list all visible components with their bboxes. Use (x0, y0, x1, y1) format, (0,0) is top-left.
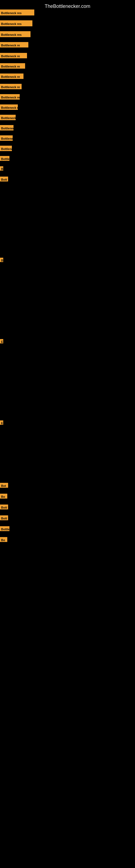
bottleneck-bar-7[interactable]: Bottleneck re (0, 73, 24, 79)
bottleneck-bar-17[interactable]: Bott (0, 177, 8, 182)
bottleneck-bar-8[interactable]: Bottleneck re (0, 84, 21, 89)
bottleneck-bar-6[interactable]: Bottleneck re (0, 63, 25, 69)
bottleneck-bar-19[interactable]: E (0, 339, 3, 343)
bottleneck-bar-3[interactable]: Bottleneck res (0, 31, 31, 37)
bottleneck-bar-23[interactable]: Bott (0, 504, 8, 509)
bottleneck-bar-24[interactable]: Bott (0, 516, 8, 520)
bottleneck-bar-10[interactable]: Bottleneck re (0, 104, 18, 110)
bottleneck-bar-22[interactable]: Bo (0, 494, 7, 499)
bottleneck-bar-18[interactable]: B (0, 258, 3, 262)
bottleneck-bar-9[interactable]: Bottleneck re (0, 94, 20, 99)
bottleneck-bar-5[interactable]: Bottleneck re (0, 53, 27, 58)
bottleneck-bar-2[interactable]: Bottleneck res (0, 20, 32, 26)
bottleneck-bar-26[interactable]: Bo (0, 537, 7, 542)
bottleneck-bar-1[interactable]: Bottleneck res (0, 9, 34, 16)
bottleneck-bar-13[interactable]: Bottleneck (0, 135, 13, 141)
bottleneck-bar-12[interactable]: Bottleneck (0, 125, 13, 130)
bottleneck-bar-4[interactable]: Bottleneck re (0, 42, 28, 48)
bottleneck-bar-20[interactable]: E (0, 421, 3, 425)
bottleneck-bar-15[interactable]: Bottle (0, 156, 9, 161)
bottleneck-bar-21[interactable]: Bot (0, 483, 8, 488)
bottleneck-bar-25[interactable]: Bottle (0, 526, 9, 531)
bottleneck-bar-14[interactable]: Bottleneck (0, 146, 12, 151)
bottleneck-bar-11[interactable]: Bottleneck n (0, 115, 16, 120)
bottleneck-bar-16[interactable]: B (0, 166, 3, 170)
